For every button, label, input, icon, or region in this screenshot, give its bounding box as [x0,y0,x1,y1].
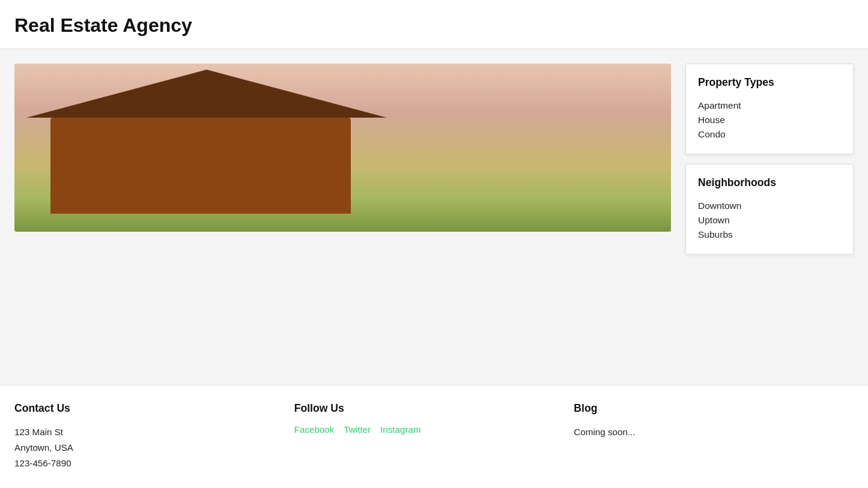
site-title: Real Estate Agency [14,14,854,37]
social-links: Facebook Twitter Instagram [294,424,562,435]
instagram-link[interactable]: Instagram [380,424,421,435]
neighborhood-item[interactable]: Suburbs [698,227,841,242]
property-type-item[interactable]: Apartment [698,98,841,113]
neighborhoods-heading: Neighborhoods [698,176,841,189]
address-line2: Anytown, USA [14,442,73,453]
property-type-item[interactable]: Condo [698,127,841,142]
footer-social: Follow Us Facebook Twitter Instagram [294,402,574,471]
footer-blog: Blog Coming soon... [574,402,854,471]
neighborhoods-list: Downtown Uptown Suburbs [698,199,841,242]
facebook-link[interactable]: Facebook [294,424,335,435]
blog-coming-soon: Coming soon... [574,424,842,440]
blog-heading: Blog [574,402,842,415]
property-types-box: Property Types Apartment House Condo [685,64,854,154]
neighborhoods-box: Neighborhoods Downtown Uptown Suburbs [685,164,854,255]
contact-address: 123 Main St Anytown, USA 123-456-7890 [14,424,282,471]
follow-heading: Follow Us [294,402,562,415]
property-type-item[interactable]: House [698,113,841,127]
hero-section [14,64,671,370]
property-types-list: Apartment House Condo [698,98,841,142]
hero-image [14,64,671,232]
property-photo [14,64,671,232]
neighborhood-item[interactable]: Uptown [698,213,841,227]
sidebar: Property Types Apartment House Condo Nei… [685,64,854,370]
twitter-link[interactable]: Twitter [344,424,371,435]
contact-heading: Contact Us [14,402,282,415]
footer-contact: Contact Us 123 Main St Anytown, USA 123-… [14,402,294,471]
address-line1: 123 Main St [14,427,63,437]
neighborhood-item[interactable]: Downtown [698,199,841,213]
property-types-heading: Property Types [698,76,841,89]
phone-number: 123-456-7890 [14,458,71,468]
